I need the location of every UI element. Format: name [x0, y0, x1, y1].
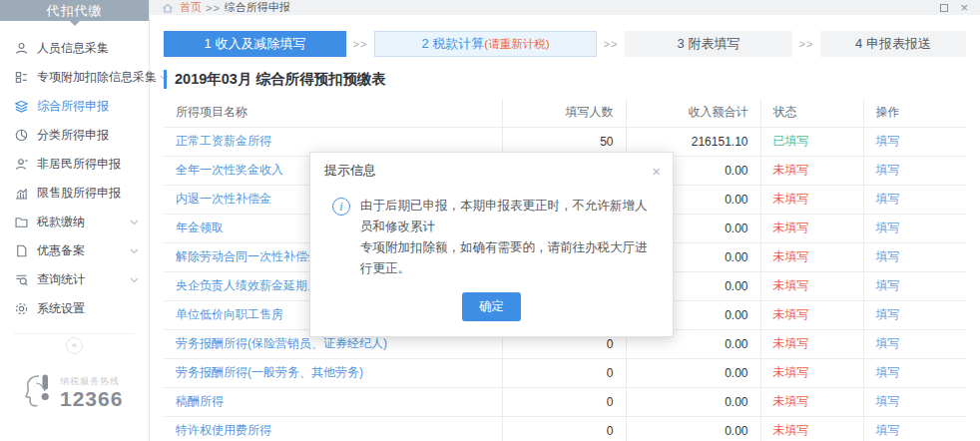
step-1[interactable]: 1 收入及减除填写 — [164, 31, 346, 57]
maximize-icon[interactable] — [940, 4, 948, 12]
income-item-link[interactable]: 全年一次性奖金收入 — [176, 163, 283, 177]
hotline-banner: 纳税服务热线 12366 — [0, 371, 149, 441]
fill-action-link[interactable]: 填写 — [876, 423, 900, 437]
search-doc-icon — [13, 272, 29, 288]
status-badge: 未填写 — [773, 307, 809, 321]
status-badge: 未填写 — [773, 365, 809, 379]
dialog-body: i 由于后期已申报，本期申报表更正时，不允许新增人员和修改累计 专项附加扣除额，… — [310, 186, 673, 279]
sidebar-item-label: 限售股所得申报 — [37, 185, 121, 202]
sidebar-item-layers[interactable]: 综合所得申报 — [0, 92, 149, 121]
income-item-link[interactable]: 特许权使用费所得 — [176, 423, 271, 437]
sidebar-item-person-alt[interactable]: 非居民所得申报 — [0, 150, 149, 179]
step-separator-icon: >> — [792, 38, 820, 50]
income-item-link[interactable]: 劳务报酬所得(一般劳务、其他劳务) — [176, 365, 363, 379]
sidebar-item-folder[interactable]: 税款缴纳 — [0, 208, 149, 236]
step-separator-icon: >> — [346, 38, 374, 50]
step-label: 3 附表填写 — [678, 36, 740, 51]
income-item-link[interactable]: 解除劳动合同一次性补偿金 — [176, 249, 319, 263]
breadcrumb-home-link[interactable]: 首页 — [180, 0, 202, 15]
ok-button[interactable]: 确定 — [462, 292, 521, 321]
dialog-footer: 确定 — [310, 279, 673, 336]
status-badge: 未填写 — [773, 220, 809, 234]
income-item-link[interactable]: 稿酬所得 — [176, 394, 224, 408]
step-separator-icon: >> — [597, 38, 625, 50]
status-badge: 未填写 — [773, 423, 809, 437]
fill-action-link[interactable]: 填写 — [876, 163, 900, 177]
status-badge: 未填写 — [773, 249, 809, 263]
sidebar-item-label: 人员信息采集 — [37, 40, 109, 57]
sidebar-collapse-button[interactable]: « — [66, 337, 83, 354]
sidebar-item-gear[interactable]: 系统设置 — [0, 294, 149, 323]
sidebar-menu: 人员信息采集专项附加扣除信息采集综合所得申报分类所得申报非居民所得申报限售股所得… — [0, 21, 149, 323]
column-header: 操作 — [863, 99, 966, 127]
chevron-down-icon — [127, 277, 139, 283]
step-2[interactable]: 2 税款计算(请重新计税) — [374, 31, 597, 57]
table-header-row: 所得项目名称填写人数收入额合计状态操作 — [164, 99, 966, 127]
sidebar-item-document[interactable]: 优惠备案 — [0, 236, 149, 265]
app-window: 代扣代缴 人员信息采集专项附加扣除信息采集综合所得申报分类所得申报非居民所得申报… — [0, 0, 980, 441]
gear-icon — [13, 301, 29, 317]
income-item-link[interactable]: 正常工资薪金所得 — [176, 134, 271, 148]
count-cell: 0 — [502, 416, 626, 441]
step-label: 4 申报表报送 — [855, 36, 931, 51]
hotline-number: 12366 — [60, 388, 123, 410]
sidebar-item-label: 税款缴纳 — [37, 214, 85, 230]
dialog-close-icon[interactable]: × — [652, 164, 661, 179]
step-label: 2 税款计算 — [421, 36, 484, 51]
sidebar-item-label: 综合所得申报 — [37, 98, 109, 115]
sidebar-item-search-doc[interactable]: 查询统计 — [0, 265, 149, 294]
income-item-link[interactable]: 劳务报酬所得(保险营销员、证券经纪人) — [176, 336, 387, 350]
dialog-title: 提示信息 — [324, 162, 376, 180]
sidebar-item-grid-list[interactable]: 专项附加扣除信息采集 — [0, 63, 149, 92]
fill-action-link[interactable]: 填写 — [876, 336, 900, 350]
sidebar-item-person[interactable]: 人员信息采集 — [0, 34, 149, 63]
sidebar-item-label: 查询统计 — [37, 271, 85, 288]
sidebar-collapse-divider: « — [14, 333, 135, 354]
status-badge: 未填写 — [773, 163, 809, 177]
fill-action-link[interactable]: 填写 — [876, 220, 900, 234]
amount-cell: 0.00 — [626, 387, 760, 416]
sidebar: 代扣代缴 人员信息采集专项附加扣除信息采集综合所得申报分类所得申报非居民所得申报… — [0, 0, 150, 441]
status-badge: 未填写 — [773, 192, 809, 206]
dialog-message: 由于后期已申报，本期申报表更正时，不允许新增人员和修改累计 专项附加扣除额，如确… — [360, 196, 655, 279]
layers-icon — [13, 99, 29, 115]
sidebar-item-pie-chart[interactable]: 分类所得申报 — [0, 121, 149, 150]
sidebar-item-label: 优惠备案 — [37, 242, 85, 259]
fill-action-link[interactable]: 填写 — [876, 365, 900, 379]
step-3[interactable]: 3 附表填写 — [625, 31, 792, 57]
chevron-down-icon — [127, 220, 139, 225]
fill-action-link[interactable]: 填写 — [876, 192, 900, 206]
amount-cell: 0.00 — [626, 416, 760, 441]
income-item-link[interactable]: 内退一次性补偿金 — [176, 192, 271, 206]
breadcrumb-bar: 首页 >> 综合所得申报 × — [150, 0, 980, 15]
sidebar-item-bar-chart[interactable]: 限售股所得申报 — [0, 179, 149, 208]
count-cell: 0 — [502, 387, 626, 416]
person-icon — [13, 41, 29, 57]
count-cell: 0 — [502, 358, 626, 387]
chevron-down-icon — [127, 248, 139, 254]
income-item-link[interactable]: 年金领取 — [176, 220, 224, 234]
home-icon — [162, 2, 174, 14]
income-item-link[interactable]: 单位低价向职工售房 — [176, 307, 283, 321]
pie-chart-icon — [13, 128, 29, 144]
column-header: 所得项目名称 — [164, 99, 502, 127]
fill-action-link[interactable]: 填写 — [876, 134, 900, 148]
dialog-prompt: 提示信息 × i 由于后期已申报，本期申报表更正时，不允许新增人员和修改累计 专… — [309, 152, 674, 337]
page-title: 2019年03月 综合所得预扣预缴表 — [164, 70, 966, 89]
column-header: 状态 — [760, 99, 863, 127]
fill-action-link[interactable]: 填写 — [876, 307, 900, 321]
fill-action-link[interactable]: 填写 — [876, 278, 900, 292]
bar-chart-icon — [13, 186, 29, 202]
table-row: 劳务报酬所得(一般劳务、其他劳务)00.00未填写填写 — [164, 358, 966, 387]
step-4[interactable]: 4 申报表报送 — [820, 31, 966, 57]
app-title: 代扣代缴 — [0, 0, 149, 21]
fill-action-link[interactable]: 填写 — [876, 249, 900, 263]
table-row: 特许权使用费所得00.00未填写填写 — [164, 416, 966, 441]
close-icon[interactable]: × — [960, 1, 968, 14]
breadcrumb-current: 综合所得申报 — [225, 0, 290, 15]
fill-action-link[interactable]: 填写 — [876, 394, 900, 408]
status-badge: 未填写 — [773, 336, 809, 350]
folder-icon — [13, 215, 29, 230]
status-badge: 未填写 — [773, 278, 809, 292]
grid-list-icon — [13, 70, 29, 86]
